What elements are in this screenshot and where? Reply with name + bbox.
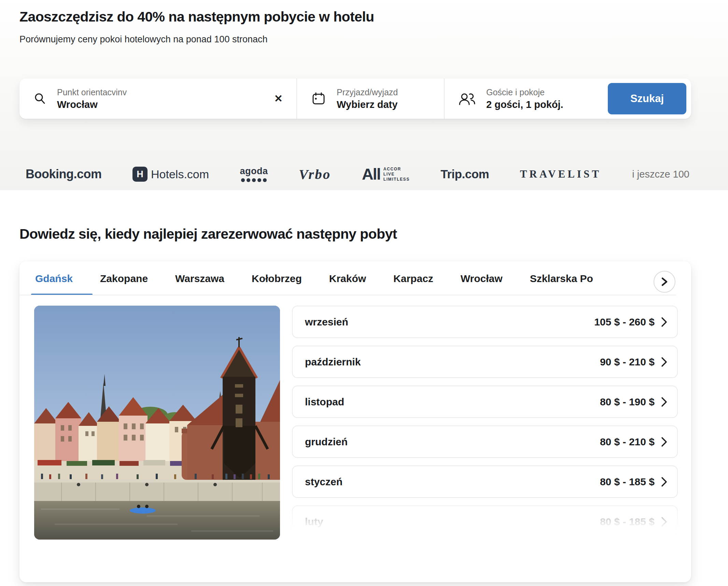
partner-logos-row: Booking.com H Hotels.com agoda Vrbo All … <box>26 160 689 189</box>
travelist-logo: TRAVELIST <box>520 168 601 180</box>
search-submit-button[interactable]: Szukaj <box>608 83 686 114</box>
agoda-logo: agoda <box>240 167 268 182</box>
calendar-icon <box>311 91 326 107</box>
guests-value: 2 gości, 1 pokój. <box>486 99 563 110</box>
hotels-logo-icon: H <box>132 167 148 182</box>
chevron-right-icon <box>661 396 668 407</box>
vrbo-logo: Vrbo <box>299 166 331 182</box>
season-section-title: Dowiedz się, kiedy najlepiej zarezerwowa… <box>19 226 397 242</box>
month-price-range: 80 $ - 190 $ <box>600 396 655 408</box>
guests-field[interactable]: Goście i pokoje 2 gości, 1 pokój. <box>445 79 608 119</box>
chevron-right-icon <box>661 516 668 527</box>
city-tab[interactable]: Kraków <box>329 271 366 295</box>
month-row[interactable]: grudzień 80 $ - 210 $ <box>292 425 678 458</box>
month-name: styczeń <box>305 476 342 488</box>
month-price-range: 105 $ - 260 $ <box>594 316 655 328</box>
month-row[interactable]: luty 80 $ - 185 $ <box>292 505 678 538</box>
chevron-right-icon <box>661 436 668 447</box>
month-price-range: 80 $ - 185 $ <box>600 516 655 528</box>
agoda-dots-icon <box>241 178 267 182</box>
search-bar: Punkt orientacvinv Wrocław ✕ Przyjazd/wy… <box>19 79 691 119</box>
month-row[interactable]: październik 90 $ - 210 $ <box>292 346 678 378</box>
chevron-right-icon <box>660 277 669 287</box>
month-name: grudzień <box>305 436 348 448</box>
dates-label: Przyjazd/wyjazd <box>337 87 398 97</box>
chevron-right-icon <box>661 317 668 327</box>
guests-label: Goście i pokoje <box>486 87 563 97</box>
accor-all-logo: All ACCOR LIVE LIMITLESS <box>362 167 410 181</box>
booking-logo: Booking.com <box>26 167 102 181</box>
month-name: październik <box>305 356 361 368</box>
city-tab[interactable]: Karpacz <box>393 271 433 295</box>
city-tab[interactable]: Szklarska Po <box>530 271 593 295</box>
month-price-range: 90 $ - 210 $ <box>600 356 655 368</box>
hotels-logo-label: Hotels.com <box>151 168 209 181</box>
month-row[interactable]: wrzesień 105 $ - 260 $ <box>292 306 678 338</box>
month-name: wrzesień <box>305 316 348 328</box>
accor-wordmark: All <box>362 167 380 181</box>
page-subtitle: Porównujemy ceny pokoi hotelowych na pon… <box>19 34 267 45</box>
month-row[interactable]: styczeń 80 $ - 185 $ <box>292 465 678 498</box>
clear-destination-button[interactable]: ✕ <box>274 94 283 104</box>
city-tabs: GdańskZakopaneWarszawaKołobrzegKrakówKar… <box>19 261 676 295</box>
destination-field[interactable]: Punkt orientacvinv Wrocław ✕ <box>19 79 296 119</box>
hotels-logo: H Hotels.com <box>132 167 209 182</box>
city-tabs-wrap: GdańskZakopaneWarszawaKołobrzegKrakówKar… <box>19 261 691 295</box>
gdansk-waterfront-photo <box>34 306 280 540</box>
month-name: listopad <box>305 396 344 408</box>
tabs-scroll-next-button[interactable] <box>654 271 675 293</box>
month-price-range: 80 $ - 210 $ <box>600 436 655 448</box>
city-tab[interactable]: Warszawa <box>175 271 224 295</box>
dates-field[interactable]: Przyjazd/wyjazd Wybierz daty <box>297 79 444 119</box>
city-tab[interactable]: Kołobrzeg <box>252 271 302 295</box>
card-body: wrzesień 105 $ - 260 $ październik 90 $ … <box>34 306 678 582</box>
accor-tagline-1: ACCOR <box>383 167 410 171</box>
city-tab[interactable]: Wrocław <box>461 271 503 295</box>
dates-value: Wybierz daty <box>337 99 398 110</box>
city-tab[interactable]: Zakopane <box>100 271 148 295</box>
chevron-right-icon <box>661 476 668 487</box>
chevron-right-icon <box>661 357 668 367</box>
month-name: luty <box>305 516 323 528</box>
city-tab[interactable]: Gdańsk <box>35 271 73 295</box>
accor-tagline-3: LIMITLESS <box>383 177 410 181</box>
tripcom-logo: Trip.com <box>440 167 489 181</box>
agoda-logo-label: agoda <box>240 167 268 176</box>
page-title: Zaoszczędzisz do 40% na następnym pobyci… <box>19 9 374 25</box>
best-time-card: GdańskZakopaneWarszawaKołobrzegKrakówKar… <box>19 261 691 582</box>
month-row[interactable]: listopad 80 $ - 190 $ <box>292 386 678 418</box>
month-price-list: wrzesień 105 $ - 260 $ październik 90 $ … <box>292 306 678 540</box>
search-icon <box>33 92 47 106</box>
accor-tagline-2: LIVE <box>383 172 410 176</box>
destination-label: Punkt orientacvinv <box>57 87 127 97</box>
destination-value: Wrocław <box>57 99 127 110</box>
month-price-range: 80 $ - 185 $ <box>600 476 655 488</box>
guests-icon <box>458 91 476 107</box>
partners-more-label: i jeszcze 100 <box>632 169 689 180</box>
